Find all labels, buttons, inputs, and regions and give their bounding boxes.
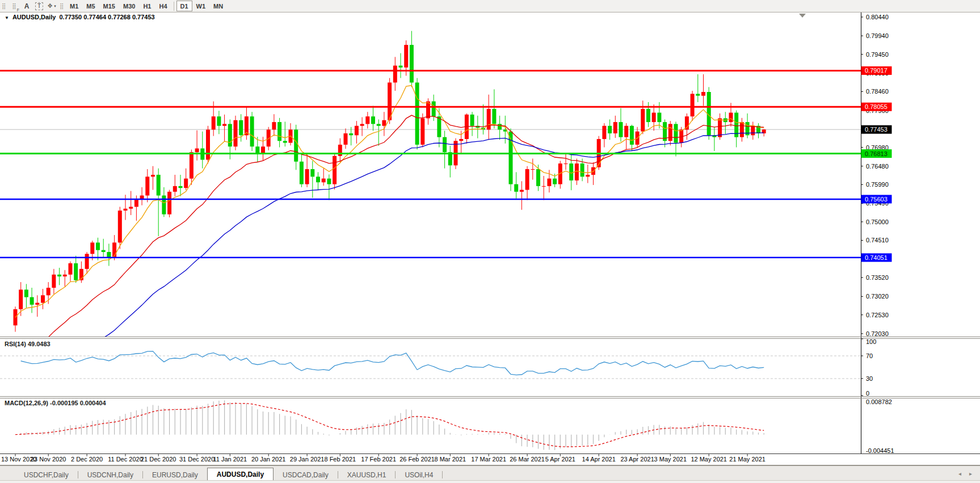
svg-text:26 Feb 2021: 26 Feb 2021: [399, 456, 435, 463]
price-chart-canvas[interactable]: 0.804400.799400.794500.789500.784600.779…: [0, 0, 980, 483]
svg-text:0.72030: 0.72030: [866, 330, 889, 337]
toolbar-grip-icon[interactable]: ⣿: [2, 2, 6, 10]
rsi-indicator-label: RSI(14) 49.0483: [5, 341, 51, 347]
svg-text:31 Dec 2020: 31 Dec 2020: [179, 456, 214, 463]
tab-scroll-left-icon[interactable]: ◂: [958, 471, 961, 477]
chart-tab-usoil[interactable]: USOil,H4: [396, 469, 442, 481]
chart-tab-audusd[interactable]: AUDUSD,Daily: [207, 468, 274, 481]
timeframe-button-d1[interactable]: D1: [176, 1, 192, 11]
text-box-button[interactable]: T: [33, 1, 45, 11]
svg-text:0.74051: 0.74051: [865, 254, 888, 261]
svg-text:23 Apr 2021: 23 Apr 2021: [620, 456, 654, 463]
svg-text:0.78460: 0.78460: [866, 88, 889, 95]
chart-tab-xauusd[interactable]: XAUUSD,H1: [338, 469, 396, 481]
svg-text:14 Apr 2021: 14 Apr 2021: [582, 456, 616, 463]
svg-text:29 Jan 2021: 29 Jan 2021: [290, 456, 325, 463]
svg-text:0.74510: 0.74510: [866, 237, 889, 243]
timeframe-button-w1[interactable]: W1: [192, 1, 210, 11]
mt4-window: ⣿ ⣿ F A T ❖ ▾ ⣿ M1M5M15M30H1H4D1W1MN 0.8…: [0, 0, 980, 483]
svg-text:0.80440: 0.80440: [866, 14, 889, 20]
grid-f-label: F: [17, 8, 19, 12]
svg-text:0.78055: 0.78055: [865, 103, 888, 110]
svg-text:0.79450: 0.79450: [866, 51, 889, 58]
letter-t-icon: T: [35, 2, 43, 10]
svg-text:0.73020: 0.73020: [866, 293, 889, 300]
svg-text:21 May 2021: 21 May 2021: [729, 456, 766, 463]
timeframe-button-h4[interactable]: H4: [155, 1, 171, 11]
objects-arrows-button[interactable]: ❖ ▾: [46, 1, 57, 11]
symbol-label: AUDUSD,Daily: [12, 14, 56, 20]
svg-text:30: 30: [866, 375, 873, 382]
indicator-grid-button[interactable]: ⣿ F: [9, 1, 20, 11]
toolbar: ⣿ ⣿ F A T ❖ ▾ ⣿ M1M5M15M30H1H4D1W1MN: [0, 0, 980, 12]
svg-text:0.75990: 0.75990: [866, 181, 889, 188]
svg-text:100: 100: [866, 338, 876, 345]
tab-scroll-controls: ◂ ▸: [958, 466, 980, 481]
svg-text:0.75000: 0.75000: [866, 219, 889, 225]
text-label-button[interactable]: A: [21, 1, 32, 11]
svg-text:20 Jan 2021: 20 Jan 2021: [251, 456, 286, 463]
timeframe-button-h1[interactable]: H1: [139, 1, 155, 11]
timeframe-button-m5[interactable]: M5: [82, 1, 99, 11]
svg-text:3 May 2021: 3 May 2021: [654, 456, 687, 463]
svg-text:11 Dec 2020: 11 Dec 2020: [108, 456, 143, 463]
svg-text:0.77453: 0.77453: [865, 126, 888, 133]
timeframe-button-m1[interactable]: M1: [66, 1, 82, 11]
svg-text:0.73520: 0.73520: [866, 274, 889, 281]
grid-icon: ⣿: [12, 3, 16, 9]
arrows-icon: ❖: [47, 2, 53, 10]
svg-text:0: 0: [866, 390, 869, 397]
svg-text:8 Feb 2021: 8 Feb 2021: [324, 456, 356, 463]
timeframe-button-mn[interactable]: MN: [209, 1, 227, 11]
svg-text:-0.004451: -0.004451: [866, 447, 894, 454]
chart-tabbar: USDCHF,DailyUSDCNH,DailyEURUSD,DailyAUDU…: [0, 465, 980, 481]
chart-tab-usdchf[interactable]: USDCHF,Daily: [15, 469, 78, 481]
svg-text:0.75603: 0.75603: [865, 196, 888, 203]
svg-text:0.79940: 0.79940: [866, 32, 889, 39]
svg-text:8 Mar 2021: 8 Mar 2021: [434, 456, 466, 463]
timeframe-button-m30[interactable]: M30: [119, 1, 139, 11]
status-bar: [0, 480, 980, 483]
chart-tab-eurusd[interactable]: EURUSD,Daily: [143, 469, 207, 481]
svg-text:17 Feb 2021: 17 Feb 2021: [361, 456, 396, 463]
macd-indicator-label: MACD(12,26,9) -0.000195 0.000404: [5, 400, 106, 406]
ohlc-values: 0.77350 0.77464 0.77268 0.77453: [59, 14, 154, 20]
svg-text:21 Dec 2020: 21 Dec 2020: [141, 456, 176, 463]
timeframe-toolbar: M1M5M15M30H1H4D1W1MN: [66, 1, 227, 11]
svg-text:17 Mar 2021: 17 Mar 2021: [471, 456, 506, 463]
svg-text:0.72530: 0.72530: [866, 312, 889, 318]
svg-text:5 Apr 2021: 5 Apr 2021: [545, 456, 575, 463]
timeframe-button-m15[interactable]: M15: [99, 1, 119, 11]
toolbar-grip-icon[interactable]: ⣿: [60, 2, 64, 10]
svg-text:0.76813: 0.76813: [865, 150, 888, 157]
svg-text:11 Jan 2021: 11 Jan 2021: [213, 456, 247, 463]
chevron-down-icon: ▾: [54, 4, 56, 9]
tab-scroll-right-icon[interactable]: ▸: [969, 471, 972, 477]
letter-a-icon: A: [24, 2, 30, 10]
svg-text:23 Nov 2020: 23 Nov 2020: [31, 456, 66, 463]
svg-text:70: 70: [866, 352, 873, 359]
svg-text:26 Mar 2021: 26 Mar 2021: [510, 456, 545, 463]
svg-text:0.008782: 0.008782: [866, 398, 892, 405]
chart-tab-usdcad[interactable]: USDCAD,Daily: [274, 469, 338, 481]
chart-tab-usdcnh[interactable]: USDCNH,Daily: [78, 469, 142, 481]
symbol-dropdown-icon[interactable]: ▼: [5, 15, 9, 20]
svg-text:0.79017: 0.79017: [865, 67, 888, 74]
svg-text:2 Dec 2020: 2 Dec 2020: [71, 456, 103, 463]
svg-text:12 May 2021: 12 May 2021: [691, 456, 727, 463]
svg-text:0.76480: 0.76480: [866, 163, 889, 170]
chart-title: ▼AUDUSD,Daily 0.77350 0.77464 0.77268 0.…: [5, 14, 155, 20]
